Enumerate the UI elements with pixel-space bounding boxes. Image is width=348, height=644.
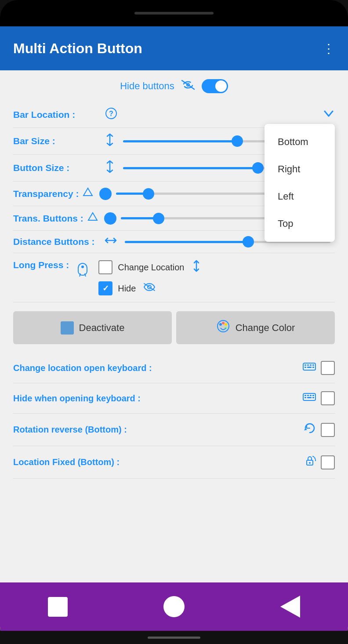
- svg-point-7: [222, 322, 225, 324]
- bar-location-dropdown: Bottom Right Left Top: [265, 124, 335, 242]
- button-size-label: Button Size :: [13, 163, 101, 173]
- svg-rect-17: [312, 367, 314, 368]
- content-area: Hide buttons Bar Location :: [0, 70, 348, 631]
- keyboard-location-row: Change location open keyboard :: [13, 353, 335, 383]
- action-buttons-row: Deactivate Change Color: [13, 311, 335, 344]
- sort-icon: [192, 260, 201, 275]
- rotation-reverse-checkbox[interactable]: [321, 423, 335, 437]
- deactivate-label: Deactivate: [79, 322, 125, 334]
- status-bar: [0, 0, 348, 26]
- svg-rect-22: [312, 395, 314, 396]
- keyboard-icon-2: [302, 392, 316, 405]
- rotation-reverse-row: Rotation reverse (Bottom) :: [13, 414, 335, 446]
- svg-rect-20: [307, 395, 309, 396]
- nav-square-icon: [48, 597, 68, 617]
- bottom-gesture-area: [0, 631, 348, 644]
- svg-rect-11: [304, 364, 306, 366]
- keyboard-location-label: Change location open keyboard :: [13, 363, 302, 373]
- keyboard-location-checkbox[interactable]: [321, 361, 335, 375]
- svg-point-6: [219, 323, 222, 326]
- svg-rect-24: [307, 397, 312, 398]
- hide-eye-icon: [143, 283, 156, 294]
- change-color-label: Change Color: [236, 322, 295, 334]
- svg-text:?: ?: [109, 110, 113, 117]
- svg-rect-14: [312, 364, 314, 366]
- trans-buttons-dot: [104, 212, 116, 225]
- svg-rect-16: [307, 367, 312, 368]
- hide-checkbox-row: Hide: [98, 281, 201, 295]
- rotation-reverse-label: Rotation reverse (Bottom) :: [13, 425, 303, 435]
- dropdown-item-left[interactable]: Left: [265, 183, 335, 210]
- svg-rect-15: [304, 367, 306, 368]
- keyboard-location-icons: [302, 361, 335, 375]
- notch: [134, 12, 214, 15]
- trans-buttons-label: Trans. Buttons :: [13, 213, 83, 224]
- location-fixed-checkbox[interactable]: [321, 455, 335, 469]
- hide-keyboard-icons: [302, 391, 335, 405]
- change-location-checkbox-row: Change Location: [98, 260, 201, 275]
- svg-rect-21: [310, 395, 312, 396]
- dropdown-item-top[interactable]: Top: [265, 210, 335, 237]
- toggle-knob: [215, 80, 227, 92]
- long-press-label: Long Press :: [13, 260, 69, 270]
- trans-buttons-icon: [87, 211, 98, 225]
- deactivate-color-square: [61, 321, 74, 335]
- resize-vertical-icon: [105, 133, 115, 149]
- deactivate-button[interactable]: Deactivate: [13, 311, 172, 344]
- long-press-section: Long Press : Change Location: [13, 253, 335, 302]
- keyboard-icon-1: [302, 361, 316, 375]
- dropdown-item-bottom[interactable]: Bottom: [265, 128, 335, 156]
- hide-buttons-row: Hide buttons: [13, 79, 335, 93]
- eye-slash-icon: [181, 79, 195, 93]
- rotate-icon: [303, 422, 316, 438]
- rotation-reverse-icons: [303, 422, 335, 438]
- resize-icon: [105, 160, 115, 176]
- location-fixed-row: Location Fixed (Bottom) :: [13, 446, 335, 479]
- svg-rect-23: [304, 397, 306, 398]
- long-press-options: Change Location Hide: [98, 260, 201, 295]
- transparency-label: Transparency :: [13, 189, 79, 199]
- dropdown-item-right[interactable]: Right: [265, 156, 335, 183]
- palette-icon: [216, 319, 230, 336]
- nav-square-item[interactable]: [48, 597, 68, 617]
- hide-buttons-toggle[interactable]: [202, 79, 228, 93]
- svg-rect-13: [310, 364, 312, 366]
- transparency-dot: [99, 188, 112, 200]
- gesture-bar: [148, 637, 200, 639]
- long-press-icon: [76, 260, 90, 280]
- distance-buttons-label: Distance Buttons :: [13, 236, 101, 247]
- dropdown-arrow-icon[interactable]: [323, 107, 335, 122]
- svg-point-8: [225, 323, 227, 326]
- svg-rect-19: [304, 395, 306, 396]
- svg-rect-25: [312, 397, 314, 398]
- bottom-nav: [0, 582, 348, 631]
- bar-size-label: Bar Size :: [13, 136, 101, 146]
- svg-point-3: [81, 266, 84, 268]
- app-title: Multi Action Button: [13, 40, 142, 57]
- hide-text: Hide: [118, 284, 136, 294]
- hide-buttons-label: Hide buttons: [120, 80, 174, 92]
- distance-icon: [105, 236, 117, 247]
- change-location-text: Change Location: [118, 262, 184, 273]
- hide-keyboard-row: Hide when opening keyboard :: [13, 383, 335, 414]
- hide-keyboard-checkbox[interactable]: [321, 391, 335, 405]
- svg-rect-12: [307, 364, 309, 366]
- bar-location-row: Bar Location : ? Bottom Right Left: [13, 102, 335, 128]
- change-color-button[interactable]: Change Color: [176, 311, 335, 344]
- nav-triangle-icon: [280, 596, 300, 618]
- nav-back-item[interactable]: [280, 596, 300, 618]
- more-options-icon[interactable]: ⋮: [323, 41, 335, 56]
- main-content: Hide buttons Bar Location :: [0, 70, 348, 582]
- location-fixed-icons: [303, 454, 335, 470]
- hide-keyboard-label: Hide when opening keyboard :: [13, 393, 302, 404]
- help-icon[interactable]: ?: [105, 108, 117, 122]
- transparency-icon: [82, 187, 94, 200]
- svg-point-27: [309, 462, 311, 464]
- nav-circle-icon: [163, 596, 185, 617]
- app-header: Multi Action Button ⋮: [0, 26, 348, 70]
- phone-frame: Multi Action Button ⋮ Hide buttons: [0, 0, 348, 644]
- change-location-checkbox[interactable]: [98, 260, 112, 274]
- lock-rotate-icon: [303, 454, 316, 470]
- hide-checkbox[interactable]: [98, 281, 112, 295]
- nav-circle-item[interactable]: [163, 596, 185, 617]
